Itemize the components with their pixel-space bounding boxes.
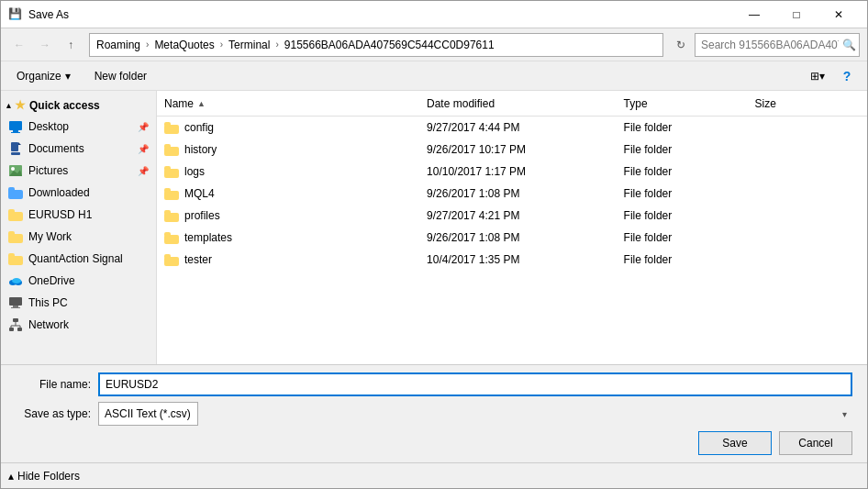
svg-rect-14: [11, 307, 20, 308]
back-button[interactable]: ←: [8, 34, 30, 56]
refresh-button[interactable]: ↻: [671, 35, 691, 55]
sidebar-item-downloaded[interactable]: Downloaded: [1, 182, 156, 204]
svg-rect-1: [13, 130, 18, 132]
downloaded-folder-icon: [8, 185, 23, 200]
file-name-cell: history: [164, 143, 427, 156]
file-date-cell: 10/10/2017 1:17 PM: [427, 165, 624, 178]
navigation-toolbar: ← → ↑ Roaming › MetaQuotes › Terminal › …: [1, 28, 867, 61]
sidebar-item-mywork[interactable]: My Work: [1, 226, 156, 248]
file-date-cell: 9/27/2017 4:21 PM: [427, 209, 624, 222]
svg-rect-3: [11, 142, 18, 151]
help-button[interactable]: ?: [834, 65, 860, 87]
breadcrumb-terminal[interactable]: Terminal: [226, 38, 273, 52]
sidebar-item-documents[interactable]: Documents 📌: [1, 138, 156, 160]
save-button[interactable]: Save: [698, 431, 772, 455]
svg-rect-5: [11, 152, 20, 155]
svg-rect-2: [11, 132, 20, 133]
cancel-button[interactable]: Cancel: [779, 431, 852, 455]
pin-icon-pictures: 📌: [138, 166, 149, 176]
filename-row: File name:: [16, 372, 852, 396]
view-dropdown-icon: ▾: [819, 70, 825, 83]
savetype-row: Save as type: ASCII Text (*.csv) ▾: [16, 402, 852, 426]
file-type-cell: File folder: [624, 253, 755, 266]
save-as-dialog: 💾 Save As — □ ✕ ← → ↑ Roaming › MetaQuot…: [0, 0, 868, 489]
search-input[interactable]: [695, 33, 860, 57]
sidebar-label-downloaded: Downloaded: [28, 186, 149, 199]
file-name-cell: profiles: [164, 209, 427, 222]
file-type-cell: File folder: [624, 187, 755, 200]
table-row[interactable]: templates 9/26/2017 1:08 PM File folder: [157, 227, 867, 249]
sidebar-label-thispc: This PC: [28, 296, 149, 309]
search-container: 🔍: [695, 33, 860, 57]
column-date-header[interactable]: Date modified: [427, 97, 624, 110]
savetype-label: Save as type:: [16, 407, 98, 420]
network-icon: [8, 317, 23, 332]
breadcrumb: Roaming › MetaQuotes › Terminal › 915566…: [94, 38, 497, 52]
view-icon: ⊞: [810, 70, 819, 83]
pin-icon-documents: 📌: [138, 144, 149, 154]
quick-access-label: Quick access: [29, 99, 100, 112]
view-button[interactable]: ⊞▾: [805, 65, 830, 87]
table-row[interactable]: logs 10/10/2017 1:17 PM File folder: [157, 161, 867, 183]
breadcrumb-metaquotes[interactable]: MetaQuotes: [151, 38, 217, 52]
close-button[interactable]: ✕: [818, 1, 860, 28]
title-bar: 💾 Save As — □ ✕: [1, 1, 867, 28]
sidebar-label-onedrive: OneDrive: [28, 274, 149, 287]
maximize-button[interactable]: □: [775, 1, 818, 28]
sidebar-item-onedrive[interactable]: OneDrive: [1, 270, 156, 292]
breadcrumb-roaming[interactable]: Roaming: [94, 38, 143, 52]
folder-icon-small: [164, 166, 179, 178]
content-area: ▴ ★ Quick access Desktop 📌 Documents 📌: [1, 91, 867, 364]
sidebar-item-eurusd[interactable]: EURUSD H1: [1, 204, 156, 226]
address-bar[interactable]: Roaming › MetaQuotes › Terminal › 915566…: [89, 33, 663, 57]
filename-label: File name:: [16, 378, 98, 391]
sidebar: ▴ ★ Quick access Desktop 📌 Documents 📌: [1, 91, 157, 364]
column-name-header[interactable]: Name ▲: [164, 97, 427, 110]
hide-folders-chevron-icon: ▴: [8, 470, 14, 483]
table-row[interactable]: history 9/26/2017 10:17 PM File folder: [157, 139, 867, 161]
sidebar-item-thispc[interactable]: This PC: [1, 292, 156, 314]
desktop-icon: [8, 119, 23, 134]
new-folder-button[interactable]: New folder: [86, 65, 155, 87]
column-type-header[interactable]: Type: [624, 97, 755, 110]
file-name-cell: tester: [164, 253, 427, 266]
sidebar-label-documents: Documents: [28, 142, 130, 155]
filename-input[interactable]: [98, 372, 852, 396]
thispc-icon: [8, 295, 23, 310]
sidebar-item-desktop[interactable]: Desktop 📌: [1, 116, 156, 138]
forward-button[interactable]: →: [34, 34, 56, 56]
file-date-cell: 9/26/2017 1:08 PM: [427, 231, 624, 244]
file-list-pane: Name ▲ Date modified Type Size config 9/…: [157, 91, 867, 364]
sidebar-label-quantaction: QuantAction Signal: [28, 252, 149, 265]
svg-rect-0: [9, 121, 22, 130]
sidebar-item-quantaction[interactable]: QuantAction Signal: [1, 248, 156, 270]
folder-icon-small: [164, 144, 179, 156]
column-size-header[interactable]: Size: [755, 97, 860, 110]
table-row[interactable]: MQL4 9/26/2017 1:08 PM File folder: [157, 183, 867, 205]
quick-access-header[interactable]: ▴ ★ Quick access: [1, 94, 156, 116]
documents-icon: [8, 141, 23, 156]
svg-point-7: [11, 167, 15, 171]
folder-icon-small: [164, 188, 179, 200]
bottom-bar: File name: Save as type: ASCII Text (*.c…: [1, 364, 867, 462]
onedrive-icon: [8, 273, 23, 288]
hide-folders-bar[interactable]: ▴ Hide Folders: [1, 462, 867, 488]
svg-point-11: [12, 278, 21, 283]
window-controls: — □ ✕: [733, 1, 860, 28]
file-type-cell: File folder: [624, 231, 755, 244]
breadcrumb-guid[interactable]: 915566BA06ADA407569C544CC0D97611: [282, 38, 497, 52]
svg-rect-29: [164, 188, 171, 193]
table-row[interactable]: tester 10/4/2017 1:35 PM File folder: [157, 249, 867, 271]
minimize-button[interactable]: —: [733, 1, 775, 28]
table-row[interactable]: profiles 9/27/2017 4:21 PM File folder: [157, 205, 867, 227]
folder-icon-small: [164, 254, 179, 266]
organize-button[interactable]: Organize ▾: [8, 65, 79, 87]
folder-icon-small: [164, 232, 179, 244]
quick-access-chevron-icon: ▴: [6, 101, 11, 110]
savetype-select[interactable]: ASCII Text (*.csv): [98, 402, 198, 426]
table-row[interactable]: config 9/27/2017 4:44 PM File folder: [157, 117, 867, 139]
up-button[interactable]: ↑: [60, 34, 82, 56]
sidebar-item-pictures[interactable]: Pictures 📌: [1, 160, 156, 182]
sidebar-item-network[interactable]: Network: [1, 314, 156, 336]
organize-chevron-icon: ▾: [65, 70, 71, 83]
